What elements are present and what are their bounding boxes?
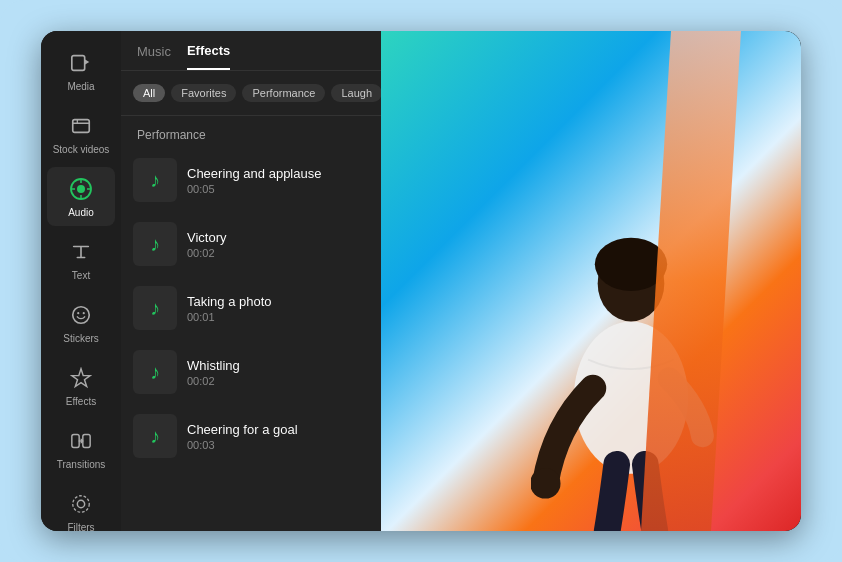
filter-performance[interactable]: Performance bbox=[242, 84, 325, 102]
svg-point-5 bbox=[77, 185, 85, 193]
text-icon bbox=[67, 238, 95, 266]
sound-item-5[interactable]: ♪ Cheering for a goal 00:03 bbox=[121, 404, 381, 468]
sidebar-item-text[interactable]: Text bbox=[47, 230, 115, 289]
music-note-icon-2: ♪ bbox=[150, 233, 160, 256]
effects-icon bbox=[67, 364, 95, 392]
svg-rect-0 bbox=[72, 56, 85, 71]
panel-tabs: Music Effects bbox=[121, 31, 381, 71]
sidebar-item-filters[interactable]: Filters bbox=[47, 482, 115, 531]
sidebar-item-transitions[interactable]: Transitions bbox=[47, 419, 115, 478]
music-note-icon-5: ♪ bbox=[150, 425, 160, 448]
filter-laugh[interactable]: Laugh bbox=[331, 84, 382, 102]
sidebar: Media Stock videos bbox=[41, 31, 121, 531]
sound-list: ♪ Cheering and applause 00:05 ♪ Victory … bbox=[121, 148, 381, 531]
effects-panel: Music Effects All Favorites Performance … bbox=[121, 31, 381, 531]
svg-rect-9 bbox=[72, 435, 79, 448]
sidebar-label-filters: Filters bbox=[67, 522, 94, 531]
svg-point-6 bbox=[73, 307, 90, 324]
sidebar-item-stock-videos[interactable]: Stock videos bbox=[47, 104, 115, 163]
sound-duration-2: 00:02 bbox=[187, 247, 369, 259]
section-header: Performance bbox=[121, 116, 381, 148]
stickers-icon bbox=[67, 301, 95, 329]
svg-point-16 bbox=[531, 468, 561, 498]
sidebar-label-effects: Effects bbox=[66, 396, 96, 407]
sidebar-item-audio[interactable]: Audio bbox=[47, 167, 115, 226]
svg-point-12 bbox=[73, 496, 90, 513]
sound-info-1: Cheering and applause 00:05 bbox=[187, 166, 369, 195]
svg-rect-1 bbox=[73, 120, 90, 133]
sound-duration-3: 00:01 bbox=[187, 311, 369, 323]
transitions-icon bbox=[67, 427, 95, 455]
sound-info-5: Cheering for a goal 00:03 bbox=[187, 422, 369, 451]
sound-name-1: Cheering and applause bbox=[187, 166, 369, 181]
filter-favorites[interactable]: Favorites bbox=[171, 84, 236, 102]
svg-rect-10 bbox=[83, 435, 90, 448]
sound-name-5: Cheering for a goal bbox=[187, 422, 369, 437]
sidebar-item-stickers[interactable]: Stickers bbox=[47, 293, 115, 352]
sound-duration-1: 00:05 bbox=[187, 183, 369, 195]
app-outer-frame: Media Stock videos bbox=[0, 0, 842, 562]
sound-thumb-5: ♪ bbox=[133, 414, 177, 458]
sidebar-item-media[interactable]: Media bbox=[47, 41, 115, 100]
sidebar-label-text: Text bbox=[72, 270, 90, 281]
video-preview bbox=[381, 31, 801, 531]
sound-info-4: Whistling 00:02 bbox=[187, 358, 369, 387]
media-icon bbox=[67, 49, 95, 77]
filter-all[interactable]: All bbox=[133, 84, 165, 102]
filter-row: All Favorites Performance Laugh ⌄ bbox=[121, 71, 381, 116]
sound-duration-5: 00:03 bbox=[187, 439, 369, 451]
music-note-icon-1: ♪ bbox=[150, 169, 160, 192]
tab-effects[interactable]: Effects bbox=[187, 43, 230, 70]
sound-thumb-3: ♪ bbox=[133, 286, 177, 330]
sound-thumb-1: ♪ bbox=[133, 158, 177, 202]
sound-name-2: Victory bbox=[187, 230, 369, 245]
sidebar-label-media: Media bbox=[67, 81, 94, 92]
svg-point-7 bbox=[77, 312, 79, 314]
music-note-icon-3: ♪ bbox=[150, 297, 160, 320]
sound-item-3[interactable]: ♪ Taking a photo 00:01 bbox=[121, 276, 381, 340]
tab-music[interactable]: Music bbox=[137, 44, 171, 69]
svg-point-8 bbox=[83, 312, 85, 314]
preview-background bbox=[381, 31, 801, 531]
sidebar-label-audio: Audio bbox=[68, 207, 94, 218]
app-window: Media Stock videos bbox=[41, 31, 801, 531]
sound-name-3: Taking a photo bbox=[187, 294, 369, 309]
sound-thumb-2: ♪ bbox=[133, 222, 177, 266]
sidebar-label-stickers: Stickers bbox=[63, 333, 99, 344]
svg-point-11 bbox=[77, 500, 84, 507]
audio-icon bbox=[67, 175, 95, 203]
sound-item-4[interactable]: ♪ Whistling 00:02 bbox=[121, 340, 381, 404]
music-note-icon-4: ♪ bbox=[150, 361, 160, 384]
sound-thumb-4: ♪ bbox=[133, 350, 177, 394]
sound-item-1[interactable]: ♪ Cheering and applause 00:05 bbox=[121, 148, 381, 212]
sound-duration-4: 00:02 bbox=[187, 375, 369, 387]
sidebar-label-stock: Stock videos bbox=[53, 144, 110, 155]
sound-item-2[interactable]: ♪ Victory 00:02 bbox=[121, 212, 381, 276]
sidebar-label-transitions: Transitions bbox=[57, 459, 106, 470]
sound-name-4: Whistling bbox=[187, 358, 369, 373]
sound-info-3: Taking a photo 00:01 bbox=[187, 294, 369, 323]
stock-videos-icon bbox=[67, 112, 95, 140]
filters-icon bbox=[67, 490, 95, 518]
sound-info-2: Victory 00:02 bbox=[187, 230, 369, 259]
sidebar-item-effects[interactable]: Effects bbox=[47, 356, 115, 415]
